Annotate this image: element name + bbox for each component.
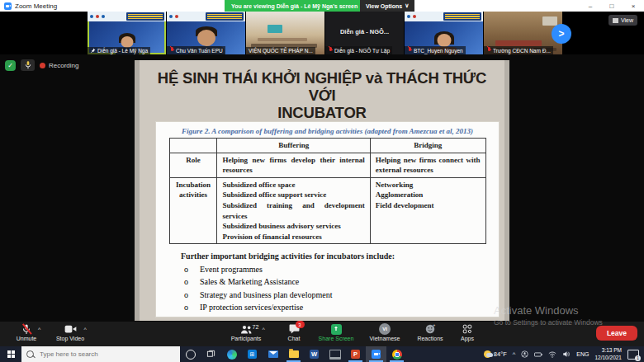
share-screen-button[interactable]: Share Screen (312, 323, 360, 341)
video-tile-le-my-nga[interactable]: Diễn giả - Lê Mỹ Nga (88, 12, 166, 54)
pin-icon (90, 48, 96, 54)
wifi-icon[interactable] (548, 351, 556, 358)
participant-label: Trường CĐCN Nam Đ... (484, 46, 553, 54)
weather-icon (484, 350, 491, 358)
view-layout-button[interactable]: View (608, 15, 637, 26)
next-page-arrow-button[interactable]: > (552, 24, 571, 44)
slide-title: HỆ SINH THÁI KHỞI NGHIỆP và THÁCH THỨC V… (146, 70, 498, 122)
webinar-banner (88, 12, 166, 21)
apps-button[interactable]: Apps (452, 323, 482, 341)
participants-button[interactable]: 72 ^ Participants (223, 323, 269, 341)
video-tile-vien-quoc-te[interactable]: VIỆN QUỐC TẾ PHÁP N... (246, 12, 324, 54)
audio-options-caret[interactable]: ^ (38, 327, 40, 332)
edge-icon (227, 350, 237, 360)
slide-content-panel: Figure 2. A comparison of buffering and … (155, 121, 500, 317)
task-view-button[interactable] (201, 346, 221, 362)
mail-button[interactable] (263, 346, 283, 362)
zoom-taskbar-button[interactable] (366, 346, 386, 362)
cortana-button[interactable] (180, 346, 201, 362)
reactions-button[interactable]: + Reactions (411, 323, 449, 341)
screen-share-app-button[interactable] (324, 346, 345, 362)
word-icon: W (310, 350, 319, 359)
participants-count: 72 (253, 324, 259, 330)
video-tile-truong-cdcn[interactable]: Trường CĐCN Nam Đ... (484, 12, 562, 54)
video-tile-ngo-tu-lap[interactable]: Diễn giả - NGÔ... Diễn giả - NGÔ Tự Lập (325, 12, 404, 54)
video-gallery-strip: Diễn giả - Lê Mỹ Nga Chu Văn Tuấn EPU VI… (0, 12, 644, 54)
chrome-icon (392, 350, 402, 360)
system-tray: 84°F ^ ENG 3:13 PM 12/10/2021 1 (484, 347, 644, 360)
maximize-button[interactable]: □ (601, 0, 623, 12)
view-options-button[interactable]: View Options ∨ (360, 0, 414, 12)
notification-center-button[interactable]: 1 (627, 350, 639, 360)
list-item: o Event programmes (184, 265, 499, 274)
bullets-heading: Further important bridging activities fo… (181, 252, 499, 261)
zoom-camera-icon (372, 350, 381, 359)
file-explorer-button[interactable] (283, 346, 304, 362)
participant-name: VIỆN QUỐC TẾ PHÁP N... (249, 48, 313, 54)
viewing-screen-banner: You are viewing Diễn giả - Lê Mỹ Nga's s… (225, 0, 364, 12)
weather-widget[interactable]: 84°F (484, 350, 507, 358)
mic-icon (25, 61, 31, 69)
participant-label: Chu Văn Tuấn EPU (167, 46, 225, 54)
window-light (542, 16, 557, 26)
list-item: o Strategy and business plan development (184, 290, 499, 299)
close-button[interactable]: × (623, 0, 644, 12)
header-empty (169, 139, 217, 153)
title-bar: Zoom Meeting You are viewing Diễn giả - … (0, 0, 644, 12)
participant-label: VIỆN QUỐC TẾ PHÁP N... (246, 47, 315, 54)
word-button[interactable]: W (304, 346, 324, 362)
edge-button[interactable] (221, 346, 242, 362)
recording-label: Recording (49, 62, 78, 69)
chat-button[interactable]: 3 Chat (279, 323, 309, 341)
view-button-label: View (621, 17, 633, 23)
stop-video-button[interactable]: ^ Stop Video (48, 323, 92, 341)
unmute-button[interactable]: ^ Unmute (8, 323, 45, 341)
participant-name: BTC_Huyen Nguyen (414, 48, 463, 54)
chat-badge: 3 (296, 321, 305, 328)
video-tile-huyen-nguyen[interactable]: BTC_Huyen Nguyen (405, 12, 483, 54)
muted-mic-icon (328, 47, 333, 54)
shared-screen-stage: ✓ Recording HỆ SINH THÁI KHỞI NGHIỆP và … (0, 54, 644, 322)
windows-taskbar: ⊞ W P 84°F ^ ENG 3:13 PM 12/10/2021 (0, 346, 644, 362)
folder-icon (289, 350, 299, 358)
start-button[interactable] (0, 346, 21, 362)
hidden-icons-chevron[interactable]: ^ (513, 350, 516, 358)
search-icon (26, 350, 34, 358)
participants-options-caret[interactable]: ^ (263, 327, 265, 332)
store-button[interactable]: ⊞ (242, 346, 263, 362)
apps-grid-icon (462, 324, 472, 334)
participant-label: BTC_Huyen Nguyen (405, 46, 466, 54)
video-options-caret[interactable]: ^ (84, 327, 87, 332)
projector-screen (268, 25, 282, 33)
header-buffering: Buffering (217, 139, 370, 153)
language-interpretation-icon: VI (379, 323, 391, 335)
webinar-banner (405, 12, 483, 21)
volume-icon[interactable] (562, 350, 571, 358)
video-tile-chu-van-tuan[interactable]: Chu Văn Tuấn EPU (167, 12, 245, 54)
audio-indicator[interactable] (21, 59, 35, 71)
chevron-down-icon: ∨ (405, 2, 409, 9)
interpretation-button[interactable]: VI Vietnamese (362, 323, 408, 341)
chrome-button[interactable] (386, 346, 407, 362)
presentation-slide: HỆ SINH THÁI KHỞI NGHIỆP và THÁCH THỨC V… (135, 60, 509, 321)
powerpoint-icon: P (351, 350, 360, 359)
people-status-icon[interactable] (521, 350, 528, 358)
laptop-icon (329, 350, 341, 360)
taskbar-search[interactable] (21, 346, 180, 362)
leave-button[interactable]: Leave (596, 326, 637, 341)
powerpoint-button[interactable]: P (345, 346, 366, 362)
svg-text:+: + (433, 323, 436, 327)
date: 12/10/2021 (594, 355, 622, 361)
participant-name: Chu Văn Tuấn EPU (176, 48, 223, 54)
encryption-shield-icon[interactable]: ✓ (5, 60, 16, 71)
language-indicator[interactable]: ENG (576, 351, 589, 357)
taskbar-clock[interactable]: 3:13 PM 12/10/2021 (594, 347, 622, 360)
recording-indicator: Recording (40, 62, 78, 69)
minimize-button[interactable]: – (580, 0, 601, 12)
list-item: o Sales & Marketing Assistance (184, 277, 499, 286)
search-input[interactable] (38, 350, 165, 359)
comparison-table: Buffering Bridging Role Helping new firm… (169, 138, 486, 244)
participant-label: Diễn giả - NGÔ Tự Lập (325, 46, 392, 54)
battery-icon[interactable] (534, 351, 542, 358)
view-options-label: View Options (366, 3, 402, 9)
